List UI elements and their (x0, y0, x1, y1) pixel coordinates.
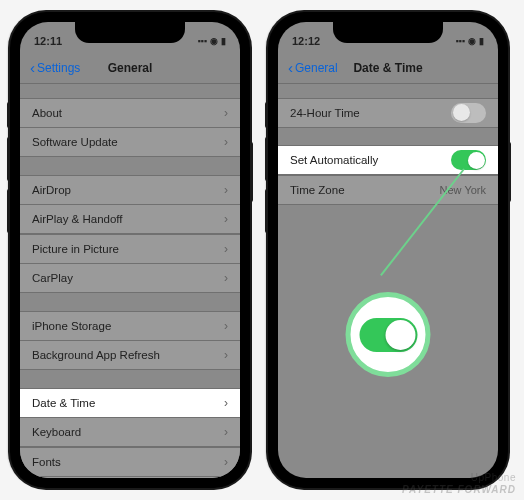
signal-icon: ▪▪▪ (455, 36, 465, 46)
status-icons: ▪▪▪ ◉ ▮ (197, 36, 226, 46)
back-button[interactable]: ‹ General (288, 60, 338, 75)
settings-content: 24-Hour TimeSet AutomaticallyTime ZoneNe… (278, 84, 498, 205)
screen-right: 12:12 ▪▪▪ ◉ ▮ ‹ General Date & Time 24-H… (278, 22, 498, 478)
row-label: iPhone Storage (32, 320, 111, 332)
settings-row[interactable]: Set Automatically (278, 145, 498, 175)
settings-row[interactable]: Language & Region› (20, 476, 240, 478)
settings-group: Set AutomaticallyTime ZoneNew York (278, 145, 498, 205)
chevron-right-icon: › (224, 396, 228, 410)
status-icons: ▪▪▪ ◉ ▮ (455, 36, 484, 46)
chevron-right-icon: › (224, 425, 228, 439)
row-label: Background App Refresh (32, 349, 160, 361)
settings-row[interactable]: Background App Refresh› (20, 340, 240, 370)
chevron-right-icon: › (224, 242, 228, 256)
magnified-callout (346, 292, 431, 377)
watermark: UpPhone PAYETTE FORWARD (402, 472, 516, 496)
back-button[interactable]: ‹ Settings (30, 60, 80, 75)
settings-group: 24-Hour Time (278, 98, 498, 128)
settings-row[interactable]: About› (20, 98, 240, 128)
chevron-right-icon: › (224, 212, 228, 226)
battery-icon: ▮ (479, 36, 484, 46)
settings-group: About›Software Update› (20, 98, 240, 158)
row-label: 24-Hour Time (290, 107, 360, 119)
settings-row[interactable]: Date & Time› (20, 388, 240, 418)
phone-right: 12:12 ▪▪▪ ◉ ▮ ‹ General Date & Time 24-H… (268, 12, 508, 488)
row-label: Set Automatically (290, 154, 378, 166)
row-label: CarPlay (32, 272, 73, 284)
wifi-icon: ◉ (210, 36, 218, 46)
settings-row[interactable]: CarPlay› (20, 263, 240, 293)
settings-group: iPhone Storage›Background App Refresh› (20, 311, 240, 371)
row-label: About (32, 107, 62, 119)
status-time: 12:12 (292, 35, 320, 47)
notch (333, 22, 443, 43)
chevron-right-icon: › (224, 455, 228, 469)
chevron-right-icon: › (224, 183, 228, 197)
settings-row[interactable]: iPhone Storage› (20, 311, 240, 341)
chevron-right-icon: › (224, 348, 228, 362)
settings-row[interactable]: Time ZoneNew York (278, 175, 498, 205)
chevron-right-icon: › (224, 271, 228, 285)
row-label: AirPlay & Handoff (32, 213, 123, 225)
settings-row[interactable]: AirPlay & Handoff› (20, 204, 240, 234)
settings-group: Date & Time›Keyboard›Fonts›Language & Re… (20, 388, 240, 479)
chevron-right-icon: › (224, 319, 228, 333)
row-label: Software Update (32, 136, 118, 148)
notch (75, 22, 185, 43)
watermark-line1: UpPhone (402, 472, 516, 484)
settings-row[interactable]: AirDrop› (20, 175, 240, 205)
nav-bar: ‹ General Date & Time (278, 52, 498, 84)
toggle-switch[interactable] (451, 150, 486, 170)
screen-left: 12:11 ▪▪▪ ◉ ▮ ‹ Settings General About›S… (20, 22, 240, 478)
phone-left: 12:11 ▪▪▪ ◉ ▮ ‹ Settings General About›S… (10, 12, 250, 488)
row-label: Fonts (32, 456, 61, 468)
settings-group: AirDrop›AirPlay & Handoff›Picture in Pic… (20, 175, 240, 294)
chevron-right-icon: › (224, 135, 228, 149)
settings-row[interactable]: Software Update› (20, 127, 240, 157)
settings-content: About›Software Update›AirDrop›AirPlay & … (20, 84, 240, 478)
settings-row[interactable]: Keyboard› (20, 417, 240, 447)
settings-row[interactable]: Picture in Picture› (20, 234, 240, 264)
phone-side-button (508, 142, 511, 202)
toggle-on-magnified (359, 318, 417, 352)
watermark-line2: PAYETTE FORWARD (402, 484, 516, 496)
settings-row[interactable]: 24-Hour Time (278, 98, 498, 128)
nav-bar: ‹ Settings General (20, 52, 240, 84)
row-label: Picture in Picture (32, 243, 119, 255)
nav-title: Date & Time (353, 61, 422, 75)
battery-icon: ▮ (221, 36, 226, 46)
chevron-left-icon: ‹ (30, 60, 35, 75)
row-label: Time Zone (290, 184, 345, 196)
phone-side-button (250, 142, 253, 202)
wifi-icon: ◉ (468, 36, 476, 46)
toggle-switch[interactable] (451, 103, 486, 123)
nav-title: General (108, 61, 153, 75)
settings-row[interactable]: Fonts› (20, 447, 240, 477)
row-label: AirDrop (32, 184, 71, 196)
back-label: Settings (37, 61, 80, 75)
signal-icon: ▪▪▪ (197, 36, 207, 46)
row-label: Date & Time (32, 397, 95, 409)
chevron-right-icon: › (224, 106, 228, 120)
chevron-left-icon: ‹ (288, 60, 293, 75)
status-time: 12:11 (34, 35, 62, 47)
back-label: General (295, 61, 338, 75)
row-label: Keyboard (32, 426, 81, 438)
